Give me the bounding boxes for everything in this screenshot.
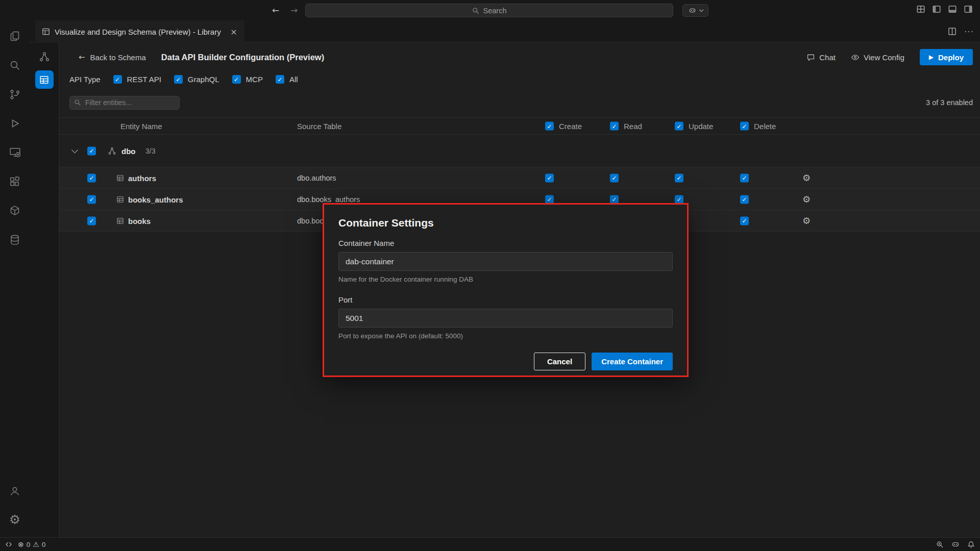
source-table: dbo.authors [297, 174, 336, 182]
tab-close-icon[interactable]: × [228, 26, 239, 37]
layout-controls [916, 5, 973, 14]
api-type-row: API Type REST API GraphQL MCP All [69, 75, 298, 84]
collapse-chevron-icon[interactable] [71, 146, 78, 153]
dab-config-view-icon[interactable] [35, 70, 54, 89]
row-settings-gear-icon[interactable]: ⚙ [802, 173, 811, 183]
checkbox-mcp[interactable]: MCP [232, 75, 263, 84]
remote-explorer-icon[interactable] [0, 138, 30, 167]
source-control-icon[interactable] [0, 80, 30, 109]
create-checkbox[interactable] [545, 195, 554, 204]
create-checkbox[interactable] [545, 173, 554, 182]
page-title: Data API Builder Configuration (Preview) [161, 53, 324, 62]
container-name-input[interactable] [338, 252, 673, 271]
delete-checkbox[interactable] [740, 195, 749, 204]
delete-checkbox[interactable] [740, 216, 749, 225]
checkbox-all[interactable]: All [276, 75, 298, 84]
filter-entities-input[interactable] [69, 96, 180, 110]
create-all-checkbox[interactable] [545, 122, 554, 131]
update-header-label: Update [689, 122, 713, 131]
schema-view-icon[interactable] [35, 47, 54, 66]
update-checkbox[interactable] [675, 173, 683, 182]
port-field-group: Port Port to expose the API on (default:… [338, 295, 673, 340]
arrow-left-icon: ← [79, 53, 85, 62]
row-checkbox[interactable] [87, 195, 96, 204]
row-checkbox[interactable] [87, 216, 96, 225]
table-icon [116, 217, 124, 224]
group-name: dbo [121, 146, 136, 155]
eye-icon [851, 53, 860, 62]
read-all-checkbox[interactable] [610, 122, 619, 131]
toggle-sidebar-left-icon[interactable] [932, 5, 941, 14]
nav-forward-button[interactable]: → [287, 4, 301, 17]
filter-row: 3 of 3 enabled [69, 95, 973, 110]
zoom-icon[interactable] [936, 541, 944, 548]
play-icon: ▶ [929, 54, 934, 61]
update-all-checkbox[interactable] [675, 122, 683, 131]
row-checkbox[interactable] [87, 173, 96, 182]
delete-header: Delete [740, 122, 776, 131]
search-icon [472, 7, 479, 14]
entity-name: books [128, 216, 151, 225]
read-header-label: Read [624, 122, 642, 131]
delete-checkbox[interactable] [740, 173, 749, 182]
row-settings-gear-icon[interactable]: ⚙ [802, 216, 811, 226]
view-config-button[interactable]: View Config [851, 53, 904, 62]
table-icon [116, 174, 124, 182]
remote-indicator[interactable] [5, 541, 12, 548]
explorer-icon[interactable] [0, 21, 30, 51]
mcp-checkbox[interactable] [232, 75, 241, 84]
all-checkbox[interactable] [276, 75, 284, 84]
account-icon[interactable] [0, 476, 30, 505]
row-settings-gear-icon[interactable]: ⚙ [802, 195, 811, 204]
container-name-field-group: Container Name Name for the Docker conta… [338, 239, 673, 283]
toggle-sidebar-right-icon[interactable] [964, 5, 973, 14]
nav-back-button[interactable]: ← [269, 4, 282, 17]
search-sidebar-icon[interactable] [0, 51, 30, 80]
copilot-menu-button[interactable] [682, 4, 708, 17]
cancel-button[interactable]: Cancel [534, 353, 585, 370]
group-checkbox[interactable] [87, 146, 96, 155]
split-editor-icon[interactable] [948, 27, 957, 36]
more-actions-icon[interactable]: ··· [964, 27, 974, 36]
containers-icon[interactable] [0, 196, 30, 225]
all-label: All [289, 75, 298, 84]
database-projects-icon[interactable] [0, 225, 30, 254]
settings-gear-icon[interactable]: ⚙ [0, 505, 30, 534]
deploy-button[interactable]: ▶ Deploy [920, 49, 973, 65]
port-input[interactable] [338, 309, 673, 328]
table-header: Entity Name Source Table Create Read Upd… [59, 117, 980, 135]
command-center-search[interactable]: Search [305, 4, 673, 17]
create-container-button[interactable]: Create Container [592, 353, 673, 370]
extension-side-rail [30, 42, 59, 537]
rest-api-label: REST API [127, 75, 161, 84]
checkbox-rest-api[interactable]: REST API [113, 75, 161, 84]
customize-layout-icon[interactable] [916, 5, 925, 14]
tab-visualize-design-schema[interactable]: Visualize and Design Schema (Preview) - … [35, 20, 245, 43]
extensions-icon[interactable] [0, 167, 30, 196]
page-header: ← Back to Schema Data API Builder Config… [79, 48, 973, 66]
toggle-panel-icon[interactable] [948, 5, 957, 14]
vscode-window: ← → Search [0, 0, 980, 551]
graphql-checkbox[interactable] [174, 75, 183, 84]
notifications-bell-icon[interactable] [967, 541, 975, 548]
schema-icon [108, 146, 116, 155]
rest-api-checkbox[interactable] [113, 75, 122, 84]
read-header: Read [610, 122, 642, 131]
chat-button[interactable]: Chat [806, 53, 836, 62]
update-header: Update [675, 122, 713, 131]
activity-bar: ⚙ [0, 20, 30, 537]
chat-label: Chat [819, 53, 836, 62]
back-to-schema-link[interactable]: ← Back to Schema [79, 53, 146, 62]
checkbox-graphql[interactable]: GraphQL [174, 75, 219, 84]
read-checkbox[interactable] [610, 195, 619, 204]
read-checkbox[interactable] [610, 173, 619, 182]
delete-all-checkbox[interactable] [740, 122, 749, 131]
schema-group-row: dbo 3/3 [59, 135, 980, 167]
run-debug-icon[interactable] [0, 109, 30, 138]
copilot-status-icon[interactable] [951, 540, 960, 548]
table-icon [116, 195, 124, 203]
mcp-label: MCP [246, 75, 263, 84]
problems-indicator[interactable]: ⊗ 0 ⚠ 0 [18, 541, 45, 548]
back-link-label: Back to Schema [90, 53, 146, 62]
update-checkbox[interactable] [675, 195, 683, 204]
